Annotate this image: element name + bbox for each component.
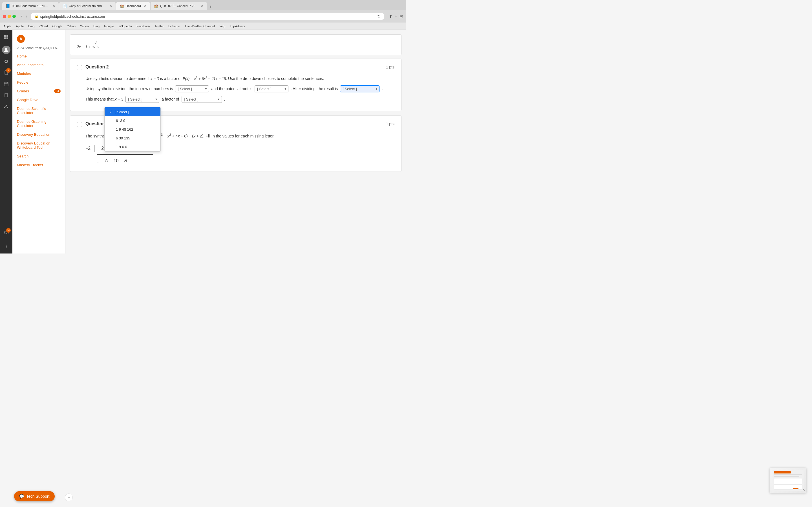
sentence1-dot: . (382, 86, 383, 92)
sidebar-icon-calendar[interactable] (1, 79, 11, 89)
maximize-button[interactable] (12, 15, 16, 18)
bookmarks-bar: Apple Apple Bing iCloud Google Yahoo Yah… (0, 22, 406, 30)
minimize-button[interactable] (8, 15, 11, 18)
sidebar-icon-book[interactable] (1, 90, 11, 100)
select-result[interactable]: [ Select ] 6 -3 9 1 9 48 162 6 39 135 1 … (340, 86, 379, 93)
dropdown-option-select[interactable]: ✓ [ Select ] (105, 107, 160, 116)
select2[interactable]: [ Select ] 6 -3 9 1 9 48 162 6 39 135 1 … (255, 86, 289, 93)
bookmark-yahoo2[interactable]: Yahoo (80, 24, 89, 28)
arrow-symbol: ↓ (97, 157, 99, 165)
nav-discovery-whiteboard-label: Discovery Education Whiteboard Tool (17, 141, 61, 150)
question3-pts: 1 pts (386, 122, 395, 126)
bookmark-tripadvisor[interactable]: TripAdvisor (230, 24, 245, 28)
bookmark-bing2[interactable]: Bing (93, 24, 100, 28)
sidebar-icon-clipboard[interactable]: 1 (1, 68, 11, 78)
nav-desmos-graph[interactable]: Desmos Graphing Calculator (12, 117, 65, 130)
sidebar-icon-chart[interactable] (1, 56, 11, 66)
bookmark-yahoo1[interactable]: Yahoo (67, 24, 75, 28)
nav-announcements[interactable]: Announcements (12, 61, 65, 69)
forward-button[interactable]: › (24, 13, 28, 19)
window-controls (3, 15, 16, 18)
dropdown-option-3[interactable]: 6 39 135 (105, 134, 160, 143)
bookmark-linkedin[interactable]: LinkedIn (168, 24, 180, 28)
nav-grades[interactable]: Grades 54 (12, 87, 65, 96)
letter-b: B (124, 157, 127, 165)
select4[interactable]: [ Select ] P(x) x³ + 6x² − 21x − 18 (182, 96, 222, 103)
add-bookmark-button[interactable]: + (395, 14, 397, 19)
bookmark-bing1[interactable]: Bing (28, 24, 35, 28)
dropdown-option-select-label: [ Select ] (115, 110, 129, 114)
question2-description: Use synthetic division to determine if x… (86, 75, 395, 82)
svg-point-4 (5, 48, 7, 50)
tab-venn[interactable]: 📄 Copy of Federalism and Education Venn … (59, 2, 116, 10)
checkmark-icon: ✓ (109, 110, 112, 114)
dropdown-option-1-label: 6 -3 9 (116, 119, 125, 123)
share-button[interactable]: ⬆ (389, 14, 393, 19)
tab-quiz[interactable]: 🏫 Quiz: 07.21 Concept 7.2: Let's Practic… (151, 2, 207, 10)
address-bar[interactable]: 🔒 springfieldpublicschools.instructure.c… (31, 13, 384, 20)
nav-people[interactable]: People (12, 78, 65, 87)
sidebar-icon-network[interactable] (1, 101, 11, 112)
tab-close-4[interactable]: ✕ (201, 4, 204, 8)
dropdown-option-2[interactable]: 1 9 48 162 (105, 125, 160, 134)
new-tab-button[interactable]: + (207, 4, 214, 10)
sidebar-icon-grid[interactable] (1, 32, 11, 42)
question2-container: Question 2 1 pts Use synthetic division … (77, 64, 395, 105)
nav-mastery-tracker[interactable]: Mastery Tracker (12, 161, 65, 169)
nav-announcements-label: Announcements (17, 63, 43, 67)
question2-checkbox[interactable] (77, 65, 82, 70)
nav-google-drive[interactable]: Google Drive (12, 96, 65, 104)
tab-federalism[interactable]: 📘 08.04 Federalism & Education ✕ (2, 2, 59, 10)
nav-grades-label: Grades (17, 89, 29, 93)
nav-search[interactable]: Search (12, 152, 65, 161)
select1[interactable]: [ Select ] 6 -3 9 1 9 48 162 6 39 135 1 … (175, 86, 209, 93)
dropdown-option-4[interactable]: 1 9 6 0 (105, 143, 160, 151)
tab-dashboard[interactable]: 🏫 Dashboard ✕ (116, 2, 150, 10)
nav-desmos-sci[interactable]: Desmos Scientific Calculator (12, 104, 65, 117)
nav-discovery-whiteboard[interactable]: Discovery Education Whiteboard Tool (12, 139, 65, 152)
sidebar-icon-inbox[interactable]: 10 (1, 228, 11, 238)
dropdown-option-1[interactable]: 6 -3 9 (105, 116, 160, 125)
svg-line-15 (5, 106, 6, 107)
dropdown-option-2-label: 1 9 48 162 (116, 127, 133, 131)
close-button[interactable] (3, 15, 6, 18)
main-area: 1 10 A 2023 School Year: Q (0, 30, 406, 253)
question3-checkbox[interactable] (77, 122, 82, 127)
bookmark-google2[interactable]: Google (104, 24, 114, 28)
sentence3-row: This means that x − 3 [ Select ] is is n… (86, 96, 395, 103)
sidebar-icon-compass[interactable] (1, 241, 11, 251)
reload-button[interactable]: ↻ (377, 14, 380, 18)
bookmark-yelp[interactable]: Yelp (219, 24, 225, 28)
nav-desmos-graph-label: Desmos Graphing Calculator (17, 119, 61, 128)
divisor-value: −2 (86, 145, 94, 152)
bookmark-apple2[interactable]: Apple (16, 24, 24, 28)
nav-home[interactable]: Home (12, 52, 65, 61)
bookmark-google1[interactable]: Google (52, 24, 62, 28)
bookmark-twitter[interactable]: Twitter (155, 24, 164, 28)
tab-close-1[interactable]: ✕ (52, 4, 55, 8)
sidebar-toggle-button[interactable]: ⊟ (400, 14, 403, 19)
user-avatar[interactable] (2, 46, 10, 54)
select3[interactable]: [ Select ] is is not (125, 96, 159, 103)
bookmark-apple1[interactable]: Apple (3, 24, 11, 28)
dropdown-option-4-label: 1 9 6 0 (116, 145, 127, 149)
dropdown-option-3-label: 6 39 135 (116, 136, 130, 140)
tab-close-2[interactable]: ✕ (109, 4, 112, 8)
bookmark-icloud[interactable]: iCloud (39, 24, 48, 28)
sentence3-pre: This means that x − 3 (86, 96, 123, 102)
nav-arrows: ‹ › (20, 13, 29, 19)
nav-discovery-ed[interactable]: Discovery Education (12, 130, 65, 139)
question2-title: Question 2 (86, 64, 109, 69)
sentence3-end: . (224, 96, 225, 102)
sentence1-row: Using synthetic division, the top row of… (86, 86, 395, 93)
bookmark-facebook[interactable]: Facebook (137, 24, 150, 28)
bookmark-weather[interactable]: The Weather Channel (185, 24, 215, 28)
back-button[interactable]: ‹ (20, 13, 23, 19)
svg-rect-2 (4, 38, 6, 39)
tab-close-3[interactable]: ✕ (144, 4, 147, 8)
bookmark-wikipedia[interactable]: Wikipedia (119, 24, 132, 28)
nav-modules[interactable]: Modules (12, 69, 65, 78)
url-text: springfieldpublicschools.instructure.com (40, 14, 375, 18)
select2-wrapper: [ Select ] 6 -3 9 1 9 48 162 6 39 135 1 … (255, 86, 289, 93)
canvas-logo-icon: A (17, 35, 25, 43)
